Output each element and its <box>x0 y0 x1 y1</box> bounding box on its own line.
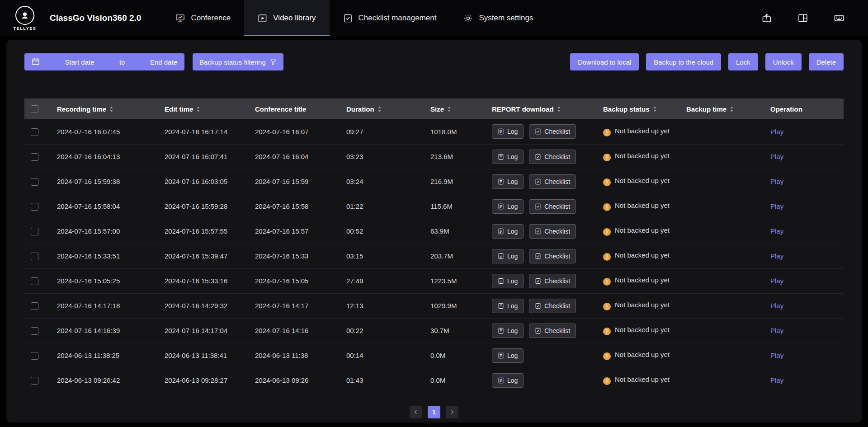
row-checkbox[interactable] <box>31 277 38 285</box>
checklist-button[interactable]: Checklist <box>529 174 576 189</box>
row-checkbox[interactable] <box>31 153 38 161</box>
log-button[interactable]: Log <box>492 174 524 189</box>
table-row: 2024-07-16 16:07:452024-07-16 16:17:1420… <box>24 119 844 144</box>
select-all-checkbox[interactable] <box>31 105 38 113</box>
duration-cell: 27:49 <box>343 268 427 293</box>
prev-page-button[interactable] <box>410 406 422 418</box>
table-row: 2024-06-13 09:26:422024-06-13 09:28:2720… <box>24 368 844 393</box>
checklist-icon <box>343 14 353 23</box>
next-page-button[interactable] <box>446 406 458 418</box>
log-button[interactable]: Log <box>492 199 524 214</box>
checkbox-cell <box>24 318 53 343</box>
end-date-field[interactable]: End date <box>150 58 177 66</box>
recording-time-cell: 2024-06-13 11:38:25 <box>53 343 161 368</box>
play-link[interactable]: Play <box>770 352 783 359</box>
log-button[interactable]: Log <box>492 373 524 388</box>
tab-label: System settings <box>479 14 533 23</box>
row-checkbox[interactable] <box>31 203 38 211</box>
delete-button[interactable]: Delete <box>809 53 844 70</box>
tab-conference[interactable]: Conference <box>162 0 244 36</box>
log-button[interactable]: Log <box>492 150 524 164</box>
log-button[interactable]: Log <box>492 324 524 338</box>
play-link[interactable]: Play <box>770 376 783 384</box>
checklist-button[interactable]: Checklist <box>529 124 576 139</box>
checklist-button[interactable]: Checklist <box>529 324 576 338</box>
row-checkbox[interactable] <box>31 352 38 360</box>
checklist-button[interactable]: Checklist <box>529 224 576 239</box>
operation-cell: Play <box>767 244 844 268</box>
play-link[interactable]: Play <box>770 252 783 260</box>
button-label: Log <box>507 203 518 210</box>
tab-checklist-management[interactable]: Checklist management <box>330 0 450 36</box>
filter-button-label: Backup status filtering <box>199 58 266 66</box>
row-checkbox[interactable] <box>31 377 38 385</box>
log-button[interactable]: Log <box>492 348 524 363</box>
video-export-button[interactable] <box>759 10 775 26</box>
checkbox-cell <box>24 368 53 393</box>
tab-system-settings[interactable]: System settings <box>450 0 547 36</box>
checklist-button[interactable]: Checklist <box>529 150 576 164</box>
report-download-cell: LogChecklist <box>488 194 599 219</box>
play-link[interactable]: Play <box>770 178 783 185</box>
log-button[interactable]: Log <box>492 249 524 263</box>
button-label: Checklist <box>544 253 570 260</box>
checklist-icon <box>535 178 541 185</box>
log-button[interactable]: Log <box>492 224 524 239</box>
play-link[interactable]: Play <box>770 153 783 160</box>
column-duration[interactable]: Duration <box>343 99 427 119</box>
split-layout-button[interactable] <box>795 10 811 26</box>
date-range-picker[interactable]: Start date to End date <box>24 53 184 70</box>
row-checkbox[interactable] <box>31 128 38 136</box>
download-to-local-button[interactable]: Download to local <box>570 53 639 70</box>
current-page[interactable]: 1 <box>428 406 440 418</box>
column-report-download[interactable]: REPORT download <box>488 99 599 119</box>
start-date-field[interactable]: Start date <box>65 58 94 66</box>
backup-status-text: Not backed up yet <box>615 301 670 309</box>
keyboard-button[interactable] <box>831 10 847 26</box>
log-button[interactable]: Log <box>492 299 524 313</box>
checklist-button[interactable]: Checklist <box>529 199 576 214</box>
backup-time-cell <box>683 318 767 343</box>
row-checkbox[interactable] <box>31 327 38 335</box>
backup-time-cell <box>683 194 767 219</box>
checklist-button[interactable]: Checklist <box>529 274 576 288</box>
backup-to-the-cloud-button[interactable]: Backup to the cloud <box>646 53 721 70</box>
backup-status-filter-button[interactable]: Backup status filtering <box>193 53 283 70</box>
table-row: 2024-07-16 14:16:392024-07-16 14:17:0420… <box>24 318 844 343</box>
report-download-cell: LogChecklist <box>488 318 599 343</box>
lock-button[interactable]: Lock <box>728 53 758 70</box>
column-backup-time[interactable]: Backup time <box>683 99 767 119</box>
size-cell: 30.7M <box>427 318 488 343</box>
conference-title-cell: 2024-06-13 09:26 <box>251 368 343 393</box>
unlock-button[interactable]: Unlock <box>765 53 802 70</box>
nav-tabs: ConferenceVideo libraryChecklist managem… <box>162 0 547 36</box>
column-backup-status[interactable]: Backup status <box>599 99 683 119</box>
log-icon <box>498 352 504 359</box>
button-label: Log <box>507 228 518 235</box>
log-button[interactable]: Log <box>492 274 524 288</box>
row-checkbox[interactable] <box>31 228 38 235</box>
pagination: 1 <box>6 406 862 418</box>
checklist-button[interactable]: Checklist <box>529 249 576 263</box>
column-recording-time[interactable]: Recording time <box>53 99 161 119</box>
play-link[interactable]: Play <box>770 302 783 310</box>
row-checkbox[interactable] <box>31 302 38 310</box>
row-checkbox[interactable] <box>31 178 38 186</box>
edit-time-cell: 2024-07-16 16:03:05 <box>161 169 251 194</box>
checklist-button[interactable]: Checklist <box>529 299 576 313</box>
conference-title-cell: 2024-07-16 14:17 <box>251 293 343 318</box>
report-download-cell: LogChecklist <box>488 219 599 244</box>
play-link[interactable]: Play <box>770 277 783 285</box>
log-button[interactable]: Log <box>492 124 524 139</box>
play-link[interactable]: Play <box>770 227 783 235</box>
tab-video-library[interactable]: Video library <box>244 0 329 36</box>
play-link[interactable]: Play <box>770 128 783 136</box>
play-link[interactable]: Play <box>770 327 783 334</box>
play-link[interactable]: Play <box>770 202 783 210</box>
column-edit-time[interactable]: Edit time <box>161 99 251 119</box>
edit-time-cell: 2024-06-13 09:28:27 <box>161 368 251 393</box>
column-size[interactable]: Size <box>427 99 488 119</box>
row-checkbox[interactable] <box>31 253 38 260</box>
table-row: 2024-07-16 15:59:382024-07-16 16:03:0520… <box>24 169 844 194</box>
table-row: 2024-06-13 11:38:252024-06-13 11:38:4120… <box>24 343 844 368</box>
